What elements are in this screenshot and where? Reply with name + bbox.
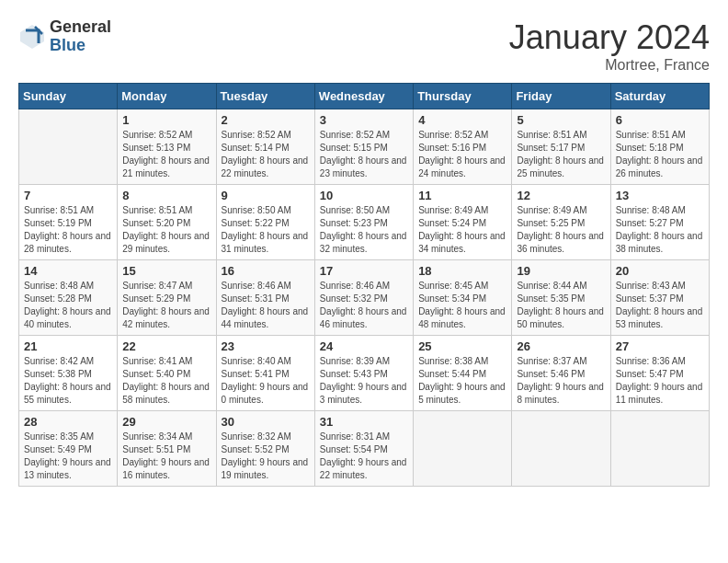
day-number: 7: [24, 189, 112, 202]
calendar-cell: 13Sunrise: 8:48 AM Sunset: 5:27 PM Dayli…: [610, 185, 709, 260]
day-info: Sunrise: 8:35 AM Sunset: 5:49 PM Dayligh…: [24, 431, 112, 482]
day-info: Sunrise: 8:45 AM Sunset: 5:34 PM Dayligh…: [418, 280, 506, 331]
day-info: Sunrise: 8:47 AM Sunset: 5:29 PM Dayligh…: [122, 280, 210, 331]
calendar-cell: [610, 411, 709, 487]
calendar-cell: 26Sunrise: 8:37 AM Sunset: 5:46 PM Dayli…: [512, 336, 610, 411]
calendar-cell: [414, 411, 512, 487]
day-info: Sunrise: 8:51 AM Sunset: 5:19 PM Dayligh…: [24, 204, 112, 256]
logo-general-text: General: [50, 18, 111, 37]
calendar-cell: 22Sunrise: 8:41 AM Sunset: 5:40 PM Dayli…: [118, 336, 216, 411]
day-number: 25: [418, 339, 506, 353]
calendar-cell: 6Sunrise: 8:51 AM Sunset: 5:18 PM Daylig…: [610, 109, 709, 185]
day-number: 16: [222, 264, 310, 278]
day-number: 31: [320, 415, 408, 429]
day-info: Sunrise: 8:48 AM Sunset: 5:28 PM Dayligh…: [24, 280, 112, 331]
day-number: 1: [122, 113, 210, 127]
day-header-wednesday: Wednesday: [314, 84, 413, 109]
day-info: Sunrise: 8:31 AM Sunset: 5:54 PM Dayligh…: [320, 431, 408, 482]
day-number: 17: [320, 264, 408, 278]
calendar-cell: 4Sunrise: 8:52 AM Sunset: 5:16 PM Daylig…: [414, 109, 512, 185]
day-info: Sunrise: 8:38 AM Sunset: 5:44 PM Dayligh…: [418, 355, 506, 407]
logo-icon: [18, 23, 46, 51]
calendar-cell: 5Sunrise: 8:51 AM Sunset: 5:17 PM Daylig…: [512, 109, 610, 185]
week-row-5: 28Sunrise: 8:35 AM Sunset: 5:49 PM Dayli…: [19, 411, 710, 487]
day-info: Sunrise: 8:43 AM Sunset: 5:37 PM Dayligh…: [616, 280, 704, 331]
day-number: 21: [24, 339, 112, 353]
day-info: Sunrise: 8:52 AM Sunset: 5:13 PM Dayligh…: [122, 129, 210, 180]
calendar-cell: 8Sunrise: 8:51 AM Sunset: 5:20 PM Daylig…: [118, 185, 216, 260]
calendar-cell: 20Sunrise: 8:43 AM Sunset: 5:37 PM Dayli…: [610, 260, 709, 336]
day-info: Sunrise: 8:40 AM Sunset: 5:41 PM Dayligh…: [222, 355, 310, 407]
calendar-cell: 30Sunrise: 8:32 AM Sunset: 5:52 PM Dayli…: [216, 411, 314, 487]
day-number: 6: [616, 113, 704, 127]
week-row-1: 1Sunrise: 8:52 AM Sunset: 5:13 PM Daylig…: [19, 109, 710, 185]
day-info: Sunrise: 8:39 AM Sunset: 5:43 PM Dayligh…: [320, 355, 408, 407]
day-header-tuesday: Tuesday: [216, 84, 314, 109]
day-info: Sunrise: 8:51 AM Sunset: 5:18 PM Dayligh…: [616, 129, 704, 180]
day-header-thursday: Thursday: [414, 84, 512, 109]
day-info: Sunrise: 8:46 AM Sunset: 5:32 PM Dayligh…: [320, 280, 408, 331]
logo: General Blue: [18, 18, 111, 55]
logo-blue-text: Blue: [50, 37, 111, 55]
day-number: 5: [517, 113, 605, 127]
day-info: Sunrise: 8:42 AM Sunset: 5:38 PM Dayligh…: [24, 355, 112, 407]
calendar-cell: 21Sunrise: 8:42 AM Sunset: 5:38 PM Dayli…: [19, 336, 118, 411]
day-info: Sunrise: 8:48 AM Sunset: 5:27 PM Dayligh…: [616, 204, 704, 256]
calendar-cell: 25Sunrise: 8:38 AM Sunset: 5:44 PM Dayli…: [414, 336, 512, 411]
day-number: 24: [320, 339, 408, 353]
calendar-cell: 11Sunrise: 8:49 AM Sunset: 5:24 PM Dayli…: [414, 185, 512, 260]
day-info: Sunrise: 8:37 AM Sunset: 5:46 PM Dayligh…: [517, 355, 605, 407]
calendar-cell: 24Sunrise: 8:39 AM Sunset: 5:43 PM Dayli…: [314, 336, 413, 411]
calendar-cell: 27Sunrise: 8:36 AM Sunset: 5:47 PM Dayli…: [610, 336, 709, 411]
calendar-cell: 3Sunrise: 8:52 AM Sunset: 5:15 PM Daylig…: [314, 109, 413, 185]
day-number: 14: [24, 264, 112, 278]
day-info: Sunrise: 8:44 AM Sunset: 5:35 PM Dayligh…: [517, 280, 605, 331]
day-number: 19: [517, 264, 605, 278]
day-number: 20: [616, 264, 704, 278]
week-row-4: 21Sunrise: 8:42 AM Sunset: 5:38 PM Dayli…: [19, 336, 710, 411]
day-header-saturday: Saturday: [610, 84, 709, 109]
title-block: January 2024 Mortree, France: [509, 18, 710, 74]
calendar-cell: 17Sunrise: 8:46 AM Sunset: 5:32 PM Dayli…: [314, 260, 413, 336]
day-info: Sunrise: 8:36 AM Sunset: 5:47 PM Dayligh…: [616, 355, 704, 407]
day-info: Sunrise: 8:51 AM Sunset: 5:17 PM Dayligh…: [517, 129, 605, 180]
day-info: Sunrise: 8:34 AM Sunset: 5:51 PM Dayligh…: [122, 431, 210, 482]
week-row-2: 7Sunrise: 8:51 AM Sunset: 5:19 PM Daylig…: [19, 185, 710, 260]
day-number: 26: [517, 339, 605, 353]
location: Mortree, France: [509, 57, 710, 74]
calendar-cell: 2Sunrise: 8:52 AM Sunset: 5:14 PM Daylig…: [216, 109, 314, 185]
day-number: 30: [222, 415, 310, 429]
day-info: Sunrise: 8:41 AM Sunset: 5:40 PM Dayligh…: [122, 355, 210, 407]
day-info: Sunrise: 8:52 AM Sunset: 5:16 PM Dayligh…: [418, 129, 506, 180]
day-number: 2: [222, 113, 310, 127]
calendar-cell: 7Sunrise: 8:51 AM Sunset: 5:19 PM Daylig…: [19, 185, 118, 260]
day-number: 13: [616, 189, 704, 202]
day-header-friday: Friday: [512, 84, 610, 109]
day-number: 29: [122, 415, 210, 429]
day-info: Sunrise: 8:51 AM Sunset: 5:20 PM Dayligh…: [122, 204, 210, 256]
calendar-cell: 19Sunrise: 8:44 AM Sunset: 5:35 PM Dayli…: [512, 260, 610, 336]
day-number: 22: [122, 339, 210, 353]
calendar-cell: 23Sunrise: 8:40 AM Sunset: 5:41 PM Dayli…: [216, 336, 314, 411]
day-info: Sunrise: 8:49 AM Sunset: 5:25 PM Dayligh…: [517, 204, 605, 256]
logo-text: General Blue: [50, 18, 111, 55]
calendar-cell: [512, 411, 610, 487]
calendar-cell: 29Sunrise: 8:34 AM Sunset: 5:51 PM Dayli…: [118, 411, 216, 487]
day-number: 11: [418, 189, 506, 202]
calendar-cell: 18Sunrise: 8:45 AM Sunset: 5:34 PM Dayli…: [414, 260, 512, 336]
page-header: General Blue January 2024 Mortree, Franc…: [18, 18, 710, 74]
svg-marker-0: [20, 25, 44, 49]
day-number: 15: [122, 264, 210, 278]
calendar-cell: 14Sunrise: 8:48 AM Sunset: 5:28 PM Dayli…: [19, 260, 118, 336]
calendar-cell: [19, 109, 118, 185]
calendar-cell: 16Sunrise: 8:46 AM Sunset: 5:31 PM Dayli…: [216, 260, 314, 336]
day-number: 9: [222, 189, 310, 202]
day-info: Sunrise: 8:46 AM Sunset: 5:31 PM Dayligh…: [222, 280, 310, 331]
day-number: 8: [122, 189, 210, 202]
day-number: 4: [418, 113, 506, 127]
calendar-cell: 12Sunrise: 8:49 AM Sunset: 5:25 PM Dayli…: [512, 185, 610, 260]
day-number: 3: [320, 113, 408, 127]
day-info: Sunrise: 8:52 AM Sunset: 5:15 PM Dayligh…: [320, 129, 408, 180]
calendar-cell: 28Sunrise: 8:35 AM Sunset: 5:49 PM Dayli…: [19, 411, 118, 487]
day-info: Sunrise: 8:52 AM Sunset: 5:14 PM Dayligh…: [222, 129, 310, 180]
